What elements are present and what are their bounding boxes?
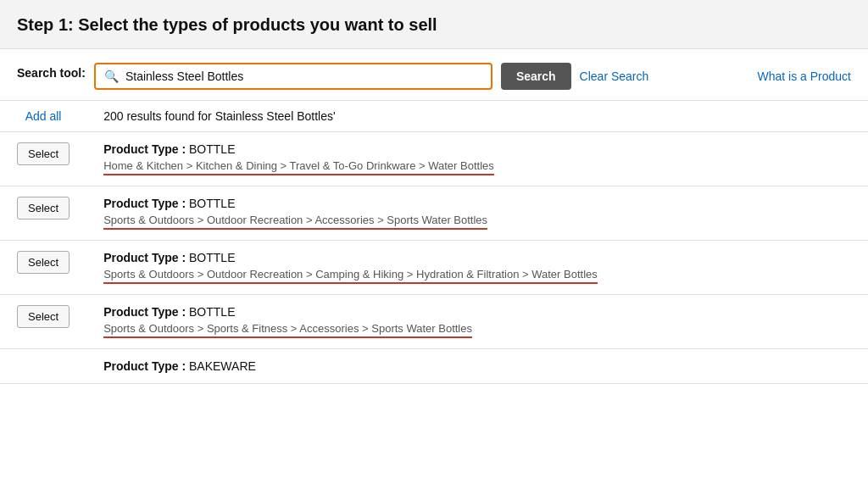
clear-search-link[interactable]: Clear Search <box>580 69 649 83</box>
product-type-value-2: BOTTLE <box>189 197 235 210</box>
select-cell-3: Select <box>0 241 86 295</box>
product-type-separator-4: : <box>181 305 189 319</box>
table-row: Select Product Type : BOTTLE Sports & Ou… <box>0 186 868 241</box>
product-type-line-partial: Product Type : BAKEWARE <box>103 359 851 373</box>
search-icon: 🔍 <box>104 69 119 83</box>
search-label: Search tool: <box>17 66 86 80</box>
product-type-label-4: Product Type <box>103 305 178 319</box>
search-button[interactable]: Search <box>501 63 571 90</box>
results-header-row: Add all 200 results found for Stainless … <box>0 101 868 132</box>
add-all-cell: Add all <box>0 101 86 132</box>
select-button-2[interactable]: Select <box>17 197 70 220</box>
product-type-label-2: Product Type <box>103 197 178 210</box>
search-left: Search tool: 🔍 Search Clear Search <box>17 63 648 90</box>
table-row-partial: Product Type : BAKEWARE <box>0 349 868 384</box>
product-type-line-4: Product Type : BOTTLE <box>103 305 851 319</box>
results-count-cell: 200 results found for Stainless Steel Bo… <box>86 101 868 132</box>
product-type-label-partial: Product Type <box>103 359 178 373</box>
table-row: Select Product Type : BOTTLE Sports & Ou… <box>0 295 868 349</box>
results-table: Add all 200 results found for Stainless … <box>0 101 868 384</box>
result-detail-2: Product Type : BOTTLE Sports & Outdoors … <box>86 186 868 241</box>
table-row: Select Product Type : BOTTLE Home & Kitc… <box>0 132 868 186</box>
breadcrumb-4: Sports & Outdoors > Sports & Fitness > A… <box>103 322 472 338</box>
page-header: Step 1: Select the types of products you… <box>0 0 868 49</box>
what-is-product-link[interactable]: What is a Product <box>758 69 852 83</box>
breadcrumb-1: Home & Kitchen > Kitchen & Dining > Trav… <box>103 159 494 175</box>
product-type-separator-3: : <box>181 251 189 264</box>
product-type-line-2: Product Type : BOTTLE <box>103 197 851 210</box>
page-title: Step 1: Select the types of products you… <box>17 15 851 35</box>
result-detail-4: Product Type : BOTTLE Sports & Outdoors … <box>86 295 868 349</box>
select-button-3[interactable]: Select <box>17 251 70 274</box>
result-detail-partial: Product Type : BAKEWARE <box>86 349 868 384</box>
product-type-line-3: Product Type : BOTTLE <box>103 251 851 264</box>
select-cell-4: Select <box>0 295 86 349</box>
add-all-link[interactable]: Add all <box>25 109 62 123</box>
result-detail-3: Product Type : BOTTLE Sports & Outdoors … <box>86 241 868 295</box>
product-type-separator-1: : <box>181 142 189 156</box>
select-button-4[interactable]: Select <box>17 305 70 328</box>
product-type-separator-2: : <box>181 197 189 210</box>
select-cell-1: Select <box>0 132 86 186</box>
product-type-line-1: Product Type : BOTTLE <box>103 142 851 156</box>
page-container: Step 1: Select the types of products you… <box>0 0 868 384</box>
select-cell-2: Select <box>0 186 86 241</box>
product-type-value-4: BOTTLE <box>189 305 235 319</box>
results-count: 200 results found for Stainless Steel Bo… <box>103 109 336 123</box>
table-row: Select Product Type : BOTTLE Sports & Ou… <box>0 241 868 295</box>
product-type-label-3: Product Type <box>103 251 178 264</box>
result-detail-1: Product Type : BOTTLE Home & Kitchen > K… <box>86 132 868 186</box>
search-row: Search tool: 🔍 Search Clear Search What … <box>17 63 851 90</box>
product-type-value-1: BOTTLE <box>189 142 235 156</box>
product-type-label-1: Product Type <box>103 142 178 156</box>
product-type-value-3: BOTTLE <box>189 251 235 264</box>
search-input[interactable] <box>125 69 482 83</box>
product-type-value-partial: BAKEWARE <box>189 359 256 373</box>
select-cell-partial <box>0 349 86 384</box>
select-button-1[interactable]: Select <box>17 142 70 165</box>
product-type-separator-partial: : <box>181 359 189 373</box>
breadcrumb-3: Sports & Outdoors > Outdoor Recreation >… <box>103 268 598 284</box>
breadcrumb-2: Sports & Outdoors > Outdoor Recreation >… <box>103 214 487 230</box>
search-section: Search tool: 🔍 Search Clear Search What … <box>0 49 868 101</box>
search-input-wrapper: 🔍 <box>94 63 492 90</box>
